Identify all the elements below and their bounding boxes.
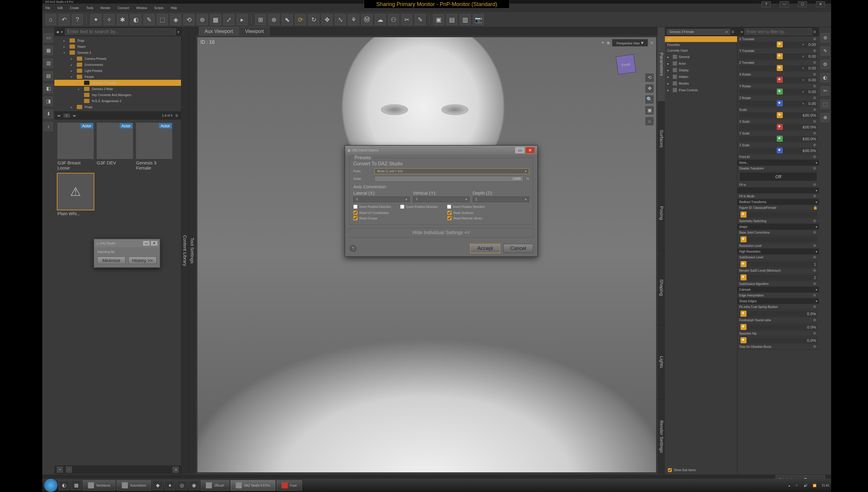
import-option-checkbox[interactable] [353,211,357,215]
param-slider[interactable]: 1 [739,262,817,267]
content-thumb[interactable]: ActorG3F DEV [97,123,133,170]
export-icon[interactable]: ⇲ [173,467,179,473]
activity-icon[interactable]: ↕ [44,122,53,131]
scene-row[interactable]: ▸General [665,53,737,60]
tree-item[interactable]: Iray Converter And Managers [54,92,181,98]
invert-z-checkbox[interactable] [447,204,451,209]
back-icon[interactable]: ◀ [56,30,59,33]
gear-icon[interactable]: ⚙ [813,72,817,76]
axis-dropdown[interactable]: Z▾ [473,196,529,202]
render-icon[interactable]: ▤ [446,14,457,25]
show-sub-items-checkbox[interactable] [668,468,672,472]
param-dropdown[interactable]: Sharp Edges▾ [738,298,819,304]
remove-icon[interactable]: − [66,467,72,473]
tab-shaping[interactable]: Shaping [658,250,665,325]
gear-icon[interactable]: ⚙ [813,331,817,336]
content-thumb[interactable]: ⚠Plain Whi... [57,173,94,216]
tray-icon[interactable]: 🔊 [803,484,807,487]
nav-last-icon[interactable]: ⏭ [73,114,76,117]
gear-icon[interactable]: ⚙ [813,182,817,187]
options-icon[interactable]: ☰ [650,41,653,44]
tray-icon[interactable]: ▴ [789,484,790,487]
param-dropdown[interactable]: High Resolution▾ [738,249,819,254]
tool-icon[interactable]: ⤢ [223,14,234,25]
menu-scripts[interactable]: Scripts [154,6,164,10]
gear-icon[interactable]: ⚙ [813,107,817,112]
activity-icon[interactable]: ▦ [44,46,53,55]
tab-posing[interactable]: Posing [658,176,665,250]
tree-item[interactable]: ▸Environments [54,62,181,68]
taskbar-item[interactable]: Kutznotizen [117,480,151,491]
gear-icon[interactable]: ⚙ [813,293,817,297]
param-slider[interactable]: 0.0% [739,338,817,343]
view-mode-icon[interactable]: ▦ [607,41,610,44]
camera-icon[interactable]: 📷 [473,14,484,25]
render-icon[interactable]: ▣ [433,14,444,25]
tool-icon[interactable]: ✦ [90,14,101,25]
import-option-checkbox[interactable] [447,211,451,215]
tool-icon[interactable]: ⊕ [268,14,279,25]
tool-icon[interactable]: ✧ [104,14,115,25]
scene-row[interactable]: All [665,36,737,42]
gear-icon[interactable]: ⚙ [813,49,817,53]
gear-icon[interactable]: ⚙ [813,318,817,322]
tool-icon[interactable]: ⚘ [348,14,359,25]
tool-icon[interactable]: ▦ [210,14,221,25]
tab-surfaces[interactable]: Surfaces [658,102,665,176]
tree-item[interactable]: ▾Genesis 3 [54,50,181,56]
gear-icon[interactable]: ⚙ [813,143,817,147]
invert-x-checkbox[interactable] [353,204,357,209]
import-option-checkbox[interactable] [353,216,357,220]
scene-node-dropdown[interactable]: Genesis 3 Female▾ [667,29,730,35]
tray-icon[interactable]: 📶 [813,484,816,487]
taskbar-icon[interactable]: ▦ [71,481,82,490]
gear-icon[interactable]: ⚙ [813,230,817,235]
tool-icon[interactable]: ⬚ [157,14,168,25]
dropdown-icon[interactable]: ▸ [237,14,248,25]
taskbar-icon[interactable]: ◎ [176,481,188,490]
minimize-button[interactable]: Minimize [97,256,125,264]
scale-input[interactable]: 10000 [374,176,523,182]
progress-close-icon[interactable]: ✕ [150,241,158,246]
tool-icon[interactable]: ⬚ [821,100,829,109]
tree-item[interactable]: ▸Light Presets [54,68,181,74]
tool-icon[interactable]: ◈ [170,14,181,25]
render-icon[interactable]: ▥ [460,14,471,25]
tool-icon[interactable]: ✱ [117,14,128,25]
eye-icon[interactable]: 👁 [601,41,604,44]
progress-min-icon[interactable]: ▭ [143,241,150,246]
tree-item[interactable]: ▸Haare [54,44,181,50]
tool-icon[interactable]: ⚙ [821,60,829,69]
gear-icon[interactable]: ⚙ [813,60,817,65]
param-slider[interactable]: ▾0.00 [739,53,817,59]
tree-item[interactable]: ▸Props [54,104,181,110]
history-button[interactable]: History >> [128,256,156,264]
scene-row[interactable]: Currently Used [665,48,737,53]
help-icon[interactable]: ? [762,1,771,7]
cancel-button[interactable]: Cancel [503,244,533,253]
scene-row[interactable]: ▸Display [665,67,737,73]
scene-row[interactable]: ▸Actor [665,60,737,67]
minimize-icon[interactable]: — [780,1,789,7]
gear-icon[interactable]: ⚙ [813,84,817,88]
param-dropdown[interactable]: shape▾ [738,224,819,230]
zoom-icon[interactable]: 🔍 [645,95,654,104]
param-slider[interactable]: ▾0.00 [739,89,817,94]
tab-aux-viewport[interactable]: Aux Viewport [199,27,239,36]
activity-icon[interactable]: ◨ [44,97,53,106]
taskbar-icon[interactable]: ◐ [59,481,70,490]
tool-icon[interactable]: ⊚ [821,33,829,42]
gear-icon[interactable]: ⚙ [813,96,817,100]
options-icon[interactable]: ☰ [175,114,178,117]
activity-icon[interactable]: ▥ [44,59,53,68]
pointer-icon[interactable]: ⬉ [282,14,293,25]
gear-icon[interactable]: ⚙ [813,119,817,124]
param-slider[interactable] [739,212,817,217]
close-icon[interactable]: ✕ [816,1,825,7]
gear-icon[interactable]: ⚙ [813,194,817,198]
tool-icon[interactable]: ⚇ [388,14,399,25]
tab-lights[interactable]: Lights [658,325,665,399]
maximize-icon[interactable]: ☐ [798,1,807,7]
param-slider[interactable] [739,237,817,242]
taskbar-item[interactable]: Necklaces [83,480,116,491]
